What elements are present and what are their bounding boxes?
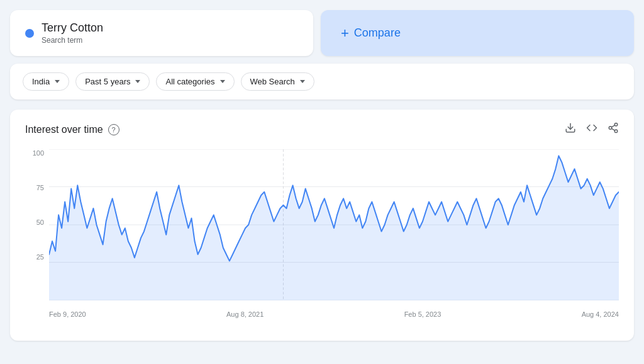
filter-region[interactable]: India bbox=[23, 72, 69, 91]
x-label-4: Aug 4, 2024 bbox=[582, 310, 619, 318]
x-label-3: Feb 5, 2023 bbox=[404, 310, 441, 318]
x-label-2: Aug 8, 2021 bbox=[226, 310, 264, 318]
share-icon[interactable] bbox=[608, 122, 619, 137]
y-label-75: 75 bbox=[25, 184, 44, 191]
chevron-down-icon bbox=[220, 80, 225, 83]
chart-title-group: Interest over time ? bbox=[25, 124, 119, 135]
filter-region-label: India bbox=[32, 77, 50, 86]
embed-icon[interactable] bbox=[586, 122, 597, 137]
top-row: Terry Cotton Search term + Compare bbox=[10, 10, 634, 56]
search-term-name: Terry Cotton bbox=[42, 21, 103, 35]
filter-time[interactable]: Past 5 years bbox=[75, 72, 150, 91]
y-label-50: 50 bbox=[25, 219, 44, 226]
search-term-text: Terry Cotton Search term bbox=[42, 21, 103, 45]
chart-area: 100 75 50 25 Feb 9, 20 bbox=[25, 149, 619, 326]
y-axis-labels: 100 75 50 25 bbox=[25, 149, 44, 288]
search-term-label: Search term bbox=[42, 36, 103, 45]
svg-line-4 bbox=[611, 128, 614, 130]
chart-actions bbox=[565, 122, 619, 137]
filter-category[interactable]: All categories bbox=[156, 72, 234, 91]
help-icon[interactable]: ? bbox=[108, 124, 119, 135]
compare-card[interactable]: + Compare bbox=[321, 10, 634, 56]
term-dot bbox=[25, 29, 34, 38]
filter-time-label: Past 5 years bbox=[85, 77, 130, 86]
compare-plus-icon: + bbox=[341, 25, 349, 42]
svg-line-5 bbox=[611, 125, 614, 127]
chart-svg bbox=[49, 149, 619, 300]
filters-row: India Past 5 years All categories Web Se… bbox=[10, 64, 634, 100]
x-axis-labels: Feb 9, 2020 Aug 8, 2021 Feb 5, 2023 Aug … bbox=[49, 307, 619, 326]
y-label-25: 25 bbox=[25, 253, 44, 261]
x-label-1: Feb 9, 2020 bbox=[49, 310, 86, 318]
chart-header: Interest over time ? bbox=[25, 122, 619, 137]
filter-search-type-label: Web Search bbox=[250, 77, 295, 86]
chart-title: Interest over time bbox=[25, 124, 103, 135]
chevron-down-icon bbox=[55, 80, 60, 83]
y-label-100: 100 bbox=[25, 149, 44, 157]
chevron-down-icon bbox=[135, 80, 140, 83]
download-icon[interactable] bbox=[565, 122, 576, 137]
filter-search-type[interactable]: Web Search bbox=[241, 72, 314, 91]
compare-label: Compare bbox=[354, 26, 401, 40]
chart-card: Interest over time ? 100 75 50 25 bbox=[10, 110, 634, 341]
chevron-down-icon bbox=[300, 80, 305, 83]
search-term-card: Terry Cotton Search term bbox=[10, 10, 313, 56]
filter-category-label: All categories bbox=[165, 77, 214, 86]
